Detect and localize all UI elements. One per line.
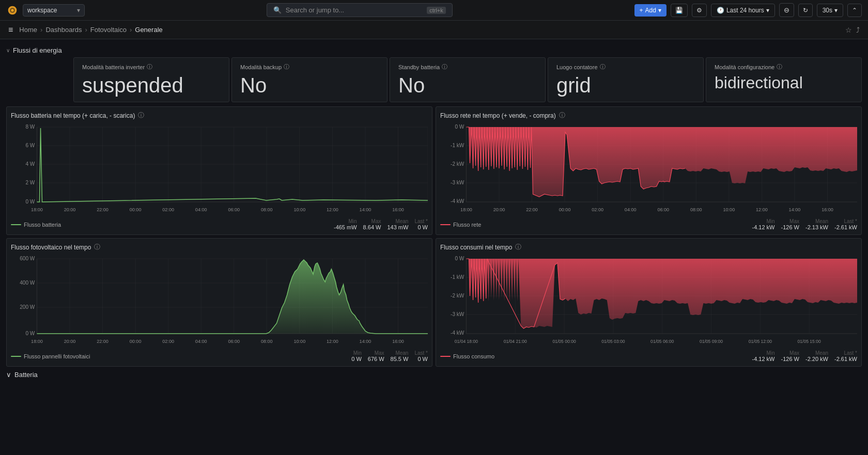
chart2-legend-label: Flusso rete (453, 222, 481, 228)
interval-chevron: ▾ (834, 7, 838, 14)
workspace-dropdown[interactable]: workspace ▾ (23, 4, 85, 17)
collapse-button[interactable]: ⌃ (847, 4, 862, 17)
svg-text:00:00: 00:00 (130, 207, 142, 212)
info-icon-chart3: ⓘ (94, 243, 100, 252)
svg-text:14:00: 14:00 (360, 339, 371, 344)
add-icon: + (640, 7, 643, 14)
svg-text:04:00: 04:00 (625, 207, 637, 212)
chart4-max-value: -126 W (781, 356, 799, 362)
svg-text:06:00: 06:00 (657, 207, 669, 212)
chart-flusso-rete-area: 0 W -1 kW -2 kW -3 kW -4 kW 18:00 20:00 … (440, 122, 857, 217)
chart3-stat-min: Min 0 W (351, 350, 362, 362)
svg-text:16:00: 16:00 (822, 207, 833, 212)
chart-flusso-fotovoltaico-area: 600 W 400 W 200 W 0 W 18:00 20:00 22:00 … (11, 254, 428, 349)
search-container: 🔍 Search or jump to... ctrl+k (89, 3, 630, 17)
navbar: ≡ Home › Dashboards › Fotovoltaico › Gen… (0, 21, 868, 39)
navbar-icons: ☆ ⤴ (845, 26, 860, 34)
share-icon[interactable]: ⤴ (856, 26, 860, 34)
chart4-stat-min: Min -4.12 kW (752, 350, 774, 362)
stat-card-backup-title: Modalità backup ⓘ (240, 63, 379, 71)
menu-icon[interactable]: ≡ (8, 25, 13, 35)
chart4-stats: Min -4.12 kW Max -126 W Mean -2.20 kW La… (752, 350, 857, 362)
chart2-mean-value: -2.13 kW (805, 224, 828, 230)
chart4-legend-line (440, 356, 451, 357)
svg-text:12:00: 12:00 (327, 207, 338, 212)
chart1-max-value: 8.64 W (363, 224, 381, 230)
chart1-mean-label: Mean (395, 218, 408, 224)
svg-text:18:00: 18:00 (31, 207, 43, 212)
search-icon: 🔍 (273, 6, 282, 14)
breadcrumb-sep2: › (85, 26, 87, 34)
chart4-last-value: -2.61 kW (834, 356, 857, 362)
section-batteria-title: Batteria (14, 371, 38, 379)
settings-button[interactable]: ⚙ (692, 4, 707, 17)
info-icon-chart2: ⓘ (559, 111, 565, 120)
chart3-legend-label: Flusso pannelli fotovoltaici (24, 353, 90, 359)
refresh-icon: ↻ (803, 7, 808, 14)
svg-text:08:00: 08:00 (261, 207, 273, 212)
chart1-stat-mean: Mean 143 mW (387, 218, 408, 230)
svg-text:-4 kW: -4 kW (451, 330, 464, 336)
refresh-button[interactable]: ↻ (798, 4, 813, 17)
info-icon-chart1: ⓘ (138, 111, 144, 120)
chart3-last-value: 0 W (417, 356, 428, 362)
chart1-max-label: Max (371, 218, 381, 224)
breadcrumb-home[interactable]: Home (19, 26, 37, 34)
svg-text:-1 kW: -1 kW (451, 143, 464, 148)
collapse-icon: ⌃ (852, 7, 857, 14)
info-icon-backup: ⓘ (284, 63, 289, 71)
chart1-legend-row: Flusso batteria Min -465 mW Max 8.64 W M… (11, 218, 428, 230)
chart-flusso-consumi-svg: 0 W -1 kW -2 kW -3 kW -4 kW 01/04 18:00 … (440, 254, 857, 349)
svg-text:400 W: 400 W (20, 280, 35, 286)
svg-text:22:00: 22:00 (526, 207, 538, 212)
clock-icon: 🕐 (717, 7, 724, 14)
svg-text:01/04 18:00: 01/04 18:00 (455, 339, 478, 344)
search-shortcut: ctrl+k (427, 7, 446, 14)
workspace-label: workspace (27, 7, 57, 14)
chart-flusso-batteria-svg: 8 W 6 W 4 W 2 W 0 W 18:00 20:00 22:00 00… (11, 122, 428, 217)
zoom-out-button[interactable]: ⊖ (779, 3, 794, 17)
chart3-max-label: Max (375, 350, 384, 356)
chart1-last-label: Last * (414, 218, 428, 224)
info-icon-luogo: ⓘ (600, 63, 606, 71)
info-icon-standby: ⓘ (442, 63, 447, 71)
time-range-button[interactable]: 🕐 Last 24 hours ▾ (711, 4, 775, 17)
zoom-out-icon: ⊖ (784, 6, 789, 14)
save-button[interactable]: 💾 (671, 4, 688, 17)
time-chevron: ▾ (766, 7, 769, 14)
chart2-stat-mean: Mean -2.13 kW (805, 218, 828, 230)
svg-text:14:00: 14:00 (360, 207, 371, 212)
add-button[interactable]: + Add ▾ (634, 4, 667, 17)
svg-text:10:00: 10:00 (294, 339, 306, 344)
chart3-stat-max: Max 676 W (368, 350, 384, 362)
svg-text:-1 kW: -1 kW (451, 274, 464, 280)
star-icon[interactable]: ☆ (845, 26, 852, 34)
search-box[interactable]: 🔍 Search or jump to... ctrl+k (267, 3, 453, 17)
chart3-legend-item: Flusso pannelli fotovoltaici (11, 353, 349, 359)
breadcrumb-sep3: › (130, 26, 132, 34)
breadcrumb-dashboards[interactable]: Dashboards (45, 26, 82, 34)
breadcrumb-fotovoltaico[interactable]: Fotovoltaico (90, 26, 127, 34)
chart3-last-label: Last * (414, 350, 428, 356)
chart4-min-label: Min (766, 350, 774, 356)
svg-text:0 W: 0 W (25, 199, 35, 205)
svg-text:-2 kW: -2 kW (451, 293, 464, 299)
chart1-stat-min: Min -465 mW (334, 218, 357, 230)
chart3-stat-last: Last * 0 W (414, 350, 428, 362)
chart1-mean-value: 143 mW (387, 224, 408, 230)
stat-card-config: Modalità configurazione ⓘ bidirectional (706, 57, 862, 102)
info-icon-config: ⓘ (777, 63, 782, 71)
interval-button[interactable]: 30s ▾ (817, 4, 843, 17)
section-flussi-header[interactable]: ∨ Flussi di energia (6, 43, 862, 57)
stat-card-config-value: bidirectional (715, 74, 853, 92)
svg-text:01/05 12:00: 01/05 12:00 (749, 339, 772, 344)
svg-text:4 W: 4 W (25, 161, 35, 167)
section-batteria-header[interactable]: ∨ Batteria (6, 367, 862, 381)
chart-flusso-batteria-title: Flusso batteria nel tempo (+ carica, - s… (11, 111, 428, 120)
svg-text:-3 kW: -3 kW (451, 311, 464, 317)
chart2-legend-line (440, 224, 451, 225)
grafana-logo[interactable] (6, 4, 19, 17)
chart3-mean-value: 85.5 W (391, 356, 409, 362)
svg-text:04:00: 04:00 (195, 339, 207, 344)
breadcrumb-sep1: › (40, 26, 42, 34)
